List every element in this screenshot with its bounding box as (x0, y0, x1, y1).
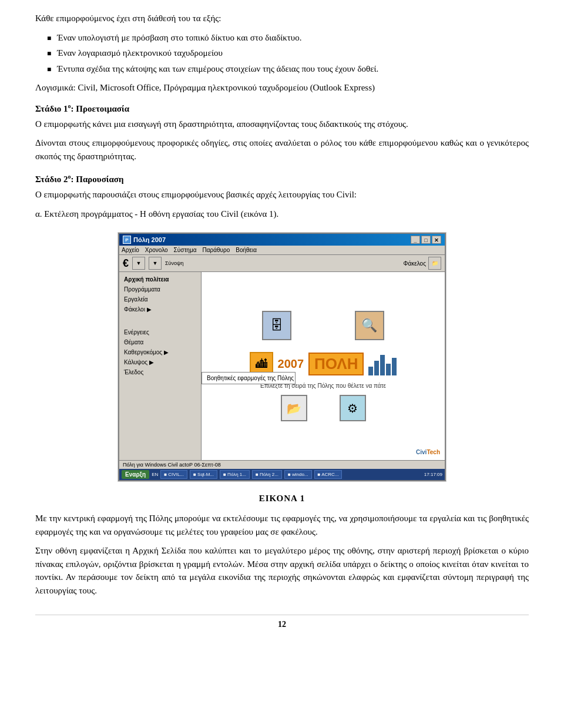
win-title-area: P Πόλη 2007 (123, 236, 166, 244)
bottom-icon-settings[interactable]: ⚙ (340, 395, 366, 421)
toolbar-synopsis-label: Σύνοψη (165, 260, 183, 266)
software-line: Λογισμικά: Civil, Microsoft Office, Πρόγ… (35, 81, 529, 95)
win-sidebar: Αρχική πολίτεια Προγράμματα Εργαλεία Φάκ… (119, 272, 202, 460)
statusbar-text: Πόλη για Windows Civil actoP 06-Σεπτ-08 (123, 462, 221, 468)
sidebar-item-tools[interactable]: Εργαλεία (119, 294, 201, 304)
toolbar-folder-btn[interactable]: 📁 (428, 257, 441, 270)
sidebar-item-main[interactable]: Αρχική πολίτεια (119, 274, 201, 284)
logo-name: ΠΟΛΗ (308, 353, 364, 375)
intro-bullet-list: Έναν υπολογιστή με πρόσβαση στο τοπικό δ… (47, 31, 529, 76)
bullet-item-2: Έναν λογαριασμό ηλεκτρονικού ταχυδρομείο… (47, 46, 529, 60)
main-icon-db[interactable]: 🗄 (262, 311, 291, 340)
stage1-heading: Στάδιο 1ο: Προετοιμασία (35, 103, 529, 114)
submenu-item-1[interactable]: Βοηθητικές εφαρμογές της Πόλης (202, 374, 295, 383)
para-after-1: Με την κεντρική εφαρμογή της Πόλης μπορο… (35, 512, 529, 538)
sidebar-item-folders[interactable]: Φάκελοι ▶ Βοηθητικές εφαρμογές της Πόλης (119, 304, 201, 314)
menu-chrono[interactable]: Χρονολο (145, 247, 168, 253)
sidebar-item-cover[interactable]: Κάλυψος ▶ (119, 357, 201, 367)
sidebar-item-themes[interactable]: Θέματα (119, 337, 201, 347)
sidebar-submenu: Βοηθητικές εφαρμογές της Πόλης (202, 372, 296, 384)
logo-year: 2007 (278, 357, 304, 371)
win-close-btn[interactable]: ✕ (432, 236, 441, 244)
sidebar-item-programs[interactable]: Προγράμματα (119, 284, 201, 294)
bullet-item-3: Έντυπα σχέδια της κάτοψης και των επιμέρ… (47, 62, 529, 76)
main-top-icons: 🗄 🔍 (207, 311, 439, 340)
win-taskbar: Εναρξη EN ■ CIVIL... ■ Sqt-Μ... ■ Πόλη 1… (119, 469, 445, 480)
toolbar-right: Φάκελος 📁 (404, 257, 441, 270)
toolbar-folder-label: Φάκελος (404, 260, 426, 267)
page-number: 12 (35, 615, 529, 629)
intro-heading: Κάθε επιμορφούμενος έχει στη διάθεσή του… (35, 12, 529, 25)
taskbar-tray: 17:17:09 (424, 472, 442, 477)
win-menubar: Αρχείο Χρονολο Σύστημα Παράθυρο Βοήθεια (119, 246, 445, 255)
win-toolbar: € ▼ ▼ Σύνοψη Φάκελος 📁 (119, 255, 445, 272)
win-maximize-btn[interactable]: □ (421, 236, 431, 244)
menu-system[interactable]: Σύστημα (174, 247, 197, 253)
stage2-heading: Στάδιο 2ο: Παρουσίαση (35, 173, 529, 184)
logo-chart (368, 352, 397, 375)
taskbar-app3[interactable]: ■ Πόλη 1... (220, 470, 250, 479)
win-controls: _ □ ✕ (411, 236, 441, 244)
taskbar-app6[interactable]: ■ ACRC... (314, 470, 343, 479)
taskbar-lang: EN (152, 472, 158, 477)
bullet-item-1: Έναν υπολογιστή με πρόσβαση στο τοπικό δ… (47, 31, 529, 45)
toolbar-euro-icon: € (123, 257, 129, 270)
stage1-para1: Ο επιμορφωτής κάνει μια εισαγωγή στη δρα… (35, 118, 529, 131)
stage2-para2: α. Εκτέλεση προγράμματος - Η οθόνη εργασ… (35, 207, 529, 221)
bottom-icon-open[interactable]: 📂 (281, 395, 307, 421)
win-minimize-btn[interactable]: _ (411, 236, 420, 244)
sidebar-item-admin[interactable]: Καθεργοκόμος ▶ (119, 347, 201, 357)
taskbar-app2[interactable]: ■ Sqt-Μ... (190, 470, 217, 479)
win-titlebar: P Πόλη 2007 _ □ ✕ (119, 234, 445, 246)
para-after-2: Στην οθόνη εμφανίζεται η Αρχική Σελίδα π… (35, 544, 529, 597)
sidebar-item-exit[interactable]: Έλεδος (119, 367, 201, 377)
taskbar-app5[interactable]: ■ windo... (284, 470, 312, 479)
menu-file[interactable]: Αρχείο (122, 247, 139, 253)
stage2-para1: Ο επιμορφωτής παρουσιάζει στους επιμορφο… (35, 188, 529, 202)
win-statusbar: Πόλη για Windows Civil actoP 06-Σεπτ-08 (119, 460, 445, 469)
toolbar-btn-up[interactable]: ▼ (149, 257, 162, 270)
taskbar-app4[interactable]: ■ Πόλη 2... (252, 470, 282, 479)
toolbar-btn-down[interactable]: ▼ (132, 257, 145, 270)
win-main-area: 🗄 🔍 🏙 2007 ΠΟΛΗ (202, 272, 445, 460)
tray-clock: 17:17:09 (424, 472, 442, 477)
main-icon-search[interactable]: 🔍 (355, 311, 384, 340)
screenshot-container: P Πόλη 2007 _ □ ✕ Αρχείο Χρονολο Σύστημα… (118, 232, 446, 482)
win-title-icon: P (123, 236, 131, 244)
menu-window[interactable]: Παράθυρο (202, 247, 230, 253)
win-title-text: Πόλη 2007 (133, 236, 166, 243)
menu-help[interactable]: Βοήθεια (236, 247, 257, 253)
sidebar-item-actions[interactable]: Ενέργειες (119, 327, 201, 337)
stage1-para2: Δίνονται στους επιμορφούμενους προφορικέ… (35, 136, 529, 163)
win-app: P Πόλη 2007 _ □ ✕ Αρχείο Χρονολο Σύστημα… (118, 233, 446, 481)
win-body: Αρχική πολίτεια Προγράμματα Εργαλεία Φάκ… (119, 272, 445, 460)
image-caption: ΕΙΚΟΝΑ 1 (35, 494, 529, 504)
civitech-watermark: CiviTech (416, 449, 440, 455)
taskbar-app1[interactable]: ■ CIVIL... (160, 470, 187, 479)
taskbar-start-btn[interactable]: Εναρξη (122, 470, 149, 479)
main-bottom-icons: 📂 ⚙ (264, 395, 382, 421)
